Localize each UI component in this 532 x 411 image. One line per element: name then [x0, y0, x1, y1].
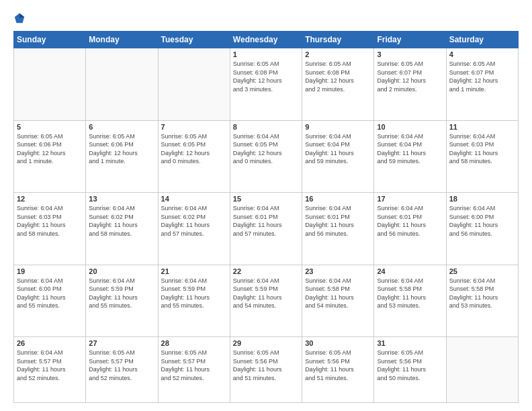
day-number: 10	[377, 123, 443, 131]
day-info: Sunrise: 6:04 AM Sunset: 6:00 PM Dayligh…	[17, 277, 83, 310]
day-number: 8	[233, 123, 299, 131]
logo-icon	[13, 12, 26, 24]
calendar-cell: 12Sunrise: 6:04 AM Sunset: 6:03 PM Dayli…	[14, 193, 86, 265]
calendar-week-row: 26Sunrise: 6:04 AM Sunset: 5:57 PM Dayli…	[14, 337, 519, 403]
day-info: Sunrise: 6:05 AM Sunset: 6:08 PM Dayligh…	[233, 60, 299, 93]
day-number: 19	[17, 267, 83, 275]
day-number: 25	[449, 267, 515, 275]
day-number: 12	[17, 195, 83, 203]
day-info: Sunrise: 6:04 AM Sunset: 5:59 PM Dayligh…	[233, 277, 299, 310]
day-info: Sunrise: 6:04 AM Sunset: 6:01 PM Dayligh…	[305, 204, 371, 238]
calendar-cell: 28Sunrise: 6:05 AM Sunset: 5:57 PM Dayli…	[158, 337, 230, 403]
page: SundayMondayTuesdayWednesdayThursdayFrid…	[0, 0, 532, 411]
day-info: Sunrise: 6:05 AM Sunset: 6:07 PM Dayligh…	[377, 60, 443, 93]
day-number: 27	[89, 339, 154, 347]
day-number: 5	[17, 123, 83, 131]
calendar-week-row: 12Sunrise: 6:04 AM Sunset: 6:03 PM Dayli…	[14, 193, 519, 265]
day-info: Sunrise: 6:04 AM Sunset: 5:58 PM Dayligh…	[305, 277, 371, 310]
day-info: Sunrise: 6:04 AM Sunset: 6:03 PM Dayligh…	[17, 204, 83, 238]
calendar-cell: 24Sunrise: 6:04 AM Sunset: 5:58 PM Dayli…	[374, 265, 446, 337]
calendar-cell: 30Sunrise: 6:05 AM Sunset: 5:56 PM Dayli…	[302, 337, 374, 403]
calendar-cell: 9Sunrise: 6:04 AM Sunset: 6:04 PM Daylig…	[302, 120, 374, 193]
calendar-cell: 6Sunrise: 6:05 AM Sunset: 6:06 PM Daylig…	[86, 120, 158, 193]
calendar-cell: 18Sunrise: 6:04 AM Sunset: 6:00 PM Dayli…	[446, 193, 518, 265]
day-info: Sunrise: 6:05 AM Sunset: 6:06 PM Dayligh…	[89, 132, 154, 166]
calendar-header-tuesday: Tuesday	[158, 32, 230, 48]
day-number: 11	[449, 123, 515, 131]
calendar-cell: 14Sunrise: 6:04 AM Sunset: 6:02 PM Dayli…	[158, 193, 230, 265]
calendar-cell: 15Sunrise: 6:04 AM Sunset: 6:01 PM Dayli…	[230, 193, 302, 265]
day-number: 20	[89, 267, 154, 275]
calendar-header-wednesday: Wednesday	[230, 32, 302, 48]
header	[13, 12, 519, 24]
calendar-cell: 13Sunrise: 6:04 AM Sunset: 6:02 PM Dayli…	[86, 193, 158, 265]
day-info: Sunrise: 6:04 AM Sunset: 5:58 PM Dayligh…	[377, 277, 443, 310]
day-number: 28	[161, 339, 227, 347]
day-info: Sunrise: 6:05 AM Sunset: 6:06 PM Dayligh…	[17, 132, 83, 166]
calendar-cell: 7Sunrise: 6:05 AM Sunset: 6:05 PM Daylig…	[158, 120, 230, 193]
day-number: 2	[305, 50, 371, 58]
calendar-cell: 1Sunrise: 6:05 AM Sunset: 6:08 PM Daylig…	[230, 48, 302, 121]
day-number: 6	[89, 123, 154, 131]
calendar-cell: 26Sunrise: 6:04 AM Sunset: 5:57 PM Dayli…	[14, 337, 86, 403]
calendar-header-thursday: Thursday	[302, 32, 374, 48]
day-info: Sunrise: 6:05 AM Sunset: 5:57 PM Dayligh…	[89, 349, 154, 382]
day-info: Sunrise: 6:05 AM Sunset: 5:56 PM Dayligh…	[233, 349, 299, 382]
calendar-cell: 4Sunrise: 6:05 AM Sunset: 6:07 PM Daylig…	[446, 48, 518, 121]
day-number: 17	[377, 195, 443, 203]
calendar-cell: 19Sunrise: 6:04 AM Sunset: 6:00 PM Dayli…	[14, 265, 86, 337]
calendar-cell: 8Sunrise: 6:04 AM Sunset: 6:05 PM Daylig…	[230, 120, 302, 193]
day-info: Sunrise: 6:04 AM Sunset: 5:58 PM Dayligh…	[449, 277, 515, 310]
day-number: 23	[305, 267, 371, 275]
calendar-week-row: 19Sunrise: 6:04 AM Sunset: 6:00 PM Dayli…	[14, 265, 519, 337]
calendar-header-row: SundayMondayTuesdayWednesdayThursdayFrid…	[14, 32, 519, 48]
day-number: 22	[233, 267, 299, 275]
calendar: SundayMondayTuesdayWednesdayThursdayFrid…	[13, 31, 519, 403]
day-info: Sunrise: 6:04 AM Sunset: 6:04 PM Dayligh…	[377, 132, 443, 166]
calendar-cell: 3Sunrise: 6:05 AM Sunset: 6:07 PM Daylig…	[374, 48, 446, 121]
day-info: Sunrise: 6:04 AM Sunset: 6:02 PM Dayligh…	[89, 204, 154, 238]
calendar-week-row: 5Sunrise: 6:05 AM Sunset: 6:06 PM Daylig…	[14, 120, 519, 193]
day-number: 30	[305, 339, 371, 347]
day-number: 4	[449, 50, 515, 58]
calendar-cell: 25Sunrise: 6:04 AM Sunset: 5:58 PM Dayli…	[446, 265, 518, 337]
day-number: 14	[161, 195, 227, 203]
day-info: Sunrise: 6:04 AM Sunset: 6:05 PM Dayligh…	[233, 132, 299, 166]
calendar-header-friday: Friday	[374, 32, 446, 48]
calendar-header-saturday: Saturday	[446, 32, 518, 48]
calendar-header-monday: Monday	[86, 32, 158, 48]
calendar-week-row: 1Sunrise: 6:05 AM Sunset: 6:08 PM Daylig…	[14, 48, 519, 121]
day-info: Sunrise: 6:05 AM Sunset: 5:56 PM Dayligh…	[305, 349, 371, 382]
calendar-cell: 2Sunrise: 6:05 AM Sunset: 6:08 PM Daylig…	[302, 48, 374, 121]
day-info: Sunrise: 6:04 AM Sunset: 5:59 PM Dayligh…	[89, 277, 154, 310]
calendar-cell	[86, 48, 158, 121]
day-info: Sunrise: 6:05 AM Sunset: 6:07 PM Dayligh…	[449, 60, 515, 93]
day-info: Sunrise: 6:04 AM Sunset: 5:59 PM Dayligh…	[161, 277, 227, 310]
calendar-cell	[14, 48, 86, 121]
day-info: Sunrise: 6:04 AM Sunset: 6:01 PM Dayligh…	[233, 204, 299, 238]
day-info: Sunrise: 6:04 AM Sunset: 6:01 PM Dayligh…	[377, 204, 443, 238]
calendar-cell: 29Sunrise: 6:05 AM Sunset: 5:56 PM Dayli…	[230, 337, 302, 403]
day-number: 16	[305, 195, 371, 203]
calendar-cell: 10Sunrise: 6:04 AM Sunset: 6:04 PM Dayli…	[374, 120, 446, 193]
calendar-cell: 16Sunrise: 6:04 AM Sunset: 6:01 PM Dayli…	[302, 193, 374, 265]
calendar-cell	[446, 337, 518, 403]
calendar-cell	[158, 48, 230, 121]
day-number: 29	[233, 339, 299, 347]
day-number: 21	[161, 267, 227, 275]
day-number: 24	[377, 267, 443, 275]
day-number: 7	[161, 123, 227, 131]
day-number: 15	[233, 195, 299, 203]
day-info: Sunrise: 6:04 AM Sunset: 6:02 PM Dayligh…	[161, 204, 227, 238]
calendar-cell: 11Sunrise: 6:04 AM Sunset: 6:03 PM Dayli…	[446, 120, 518, 193]
calendar-cell: 27Sunrise: 6:05 AM Sunset: 5:57 PM Dayli…	[86, 337, 158, 403]
calendar-cell: 5Sunrise: 6:05 AM Sunset: 6:06 PM Daylig…	[14, 120, 86, 193]
day-info: Sunrise: 6:04 AM Sunset: 5:57 PM Dayligh…	[17, 349, 83, 382]
day-info: Sunrise: 6:05 AM Sunset: 6:05 PM Dayligh…	[161, 132, 227, 166]
logo	[13, 12, 28, 24]
day-number: 26	[17, 339, 83, 347]
day-number: 13	[89, 195, 154, 203]
calendar-cell: 21Sunrise: 6:04 AM Sunset: 5:59 PM Dayli…	[158, 265, 230, 337]
day-info: Sunrise: 6:05 AM Sunset: 5:57 PM Dayligh…	[161, 349, 227, 382]
day-info: Sunrise: 6:04 AM Sunset: 6:03 PM Dayligh…	[449, 132, 515, 166]
